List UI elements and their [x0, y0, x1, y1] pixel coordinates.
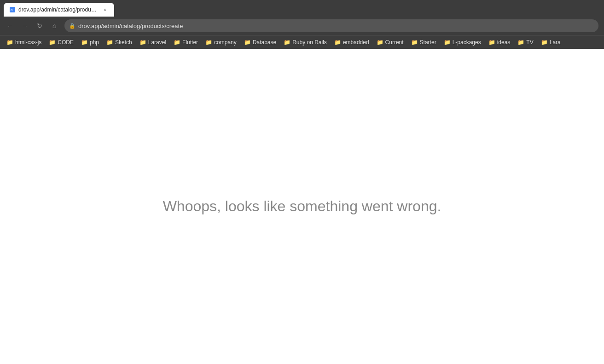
- bookmark-label-l-packages: L-packages: [453, 39, 481, 46]
- folder-icon-ruby-on-rails: 📁: [284, 39, 290, 46]
- bookmark-label-database: Database: [253, 39, 276, 46]
- folder-icon-sketch: 📁: [106, 39, 113, 46]
- bookmark-lara[interactable]: 📁Lara: [537, 38, 564, 47]
- bookmark-current[interactable]: 📁Current: [373, 38, 407, 47]
- folder-icon-company: 📁: [205, 39, 212, 46]
- folder-icon-l-packages: 📁: [444, 39, 451, 46]
- bookmark-sketch[interactable]: 📁Sketch: [103, 38, 136, 47]
- bookmark-label-current: Current: [385, 39, 404, 46]
- forward-button[interactable]: →: [18, 19, 31, 32]
- bookmark-label-tv: TV: [526, 39, 533, 46]
- active-tab[interactable]: d drov.app/admin/catalog/products/create…: [4, 3, 114, 17]
- folder-icon-current: 📁: [377, 39, 383, 46]
- bookmark-label-flutter: Flutter: [182, 39, 198, 46]
- bookmark-laravel[interactable]: 📁Laravel: [136, 38, 170, 47]
- bookmark-ruby-on-rails[interactable]: 📁Ruby on Rails: [280, 38, 331, 47]
- folder-icon-tv: 📁: [517, 39, 524, 46]
- nav-bar: ← → ↻ ⌂ 🔒 drov.app/admin/catalog/product…: [0, 17, 604, 35]
- folder-icon-code: 📁: [49, 39, 56, 46]
- bookmark-flutter[interactable]: 📁Flutter: [170, 38, 202, 47]
- bookmark-database[interactable]: 📁Database: [240, 38, 280, 47]
- reload-button[interactable]: ↻: [33, 19, 46, 32]
- tab-close-button[interactable]: ×: [101, 6, 109, 13]
- bookmarks-bar: 📁html-css-js📁CODE📁php📁Sketch📁Laravel📁Flu…: [0, 35, 604, 49]
- error-message: Whoops, looks like something went wrong.: [163, 198, 441, 215]
- bookmark-label-html-css-js: html-css-js: [15, 39, 41, 46]
- browser-chrome: d drov.app/admin/catalog/products/create…: [0, 0, 604, 49]
- folder-icon-database: 📁: [244, 39, 251, 46]
- tab-title: drov.app/admin/catalog/products/create: [18, 6, 99, 13]
- bookmark-label-sketch: Sketch: [115, 39, 132, 46]
- bookmark-label-laravel: Laravel: [148, 39, 166, 46]
- bookmark-label-code: CODE: [58, 39, 74, 46]
- lock-icon: 🔒: [69, 23, 76, 29]
- bookmark-embadded[interactable]: 📁embadded: [331, 38, 373, 47]
- folder-icon-ideas: 📁: [488, 39, 495, 46]
- tab-bar: d drov.app/admin/catalog/products/create…: [0, 0, 604, 17]
- bookmark-code[interactable]: 📁CODE: [45, 38, 77, 47]
- bookmark-html-css-js[interactable]: 📁html-css-js: [3, 38, 45, 47]
- bookmark-tv[interactable]: 📁TV: [514, 38, 537, 47]
- address-bar[interactable]: 🔒 drov.app/admin/catalog/products/create: [64, 19, 598, 32]
- bookmark-l-packages[interactable]: 📁L-packages: [440, 38, 485, 47]
- back-button[interactable]: ←: [4, 19, 17, 32]
- bookmark-label-ruby-on-rails: Ruby on Rails: [292, 39, 327, 46]
- folder-icon-html-css-js: 📁: [6, 39, 13, 46]
- folder-icon-embadded: 📁: [334, 39, 341, 46]
- folder-icon-starter: 📁: [411, 39, 418, 46]
- folder-icon-laravel: 📁: [139, 39, 146, 46]
- folder-icon-flutter: 📁: [174, 39, 180, 46]
- home-button[interactable]: ⌂: [48, 19, 61, 32]
- address-text: drov.app/admin/catalog/products/create: [78, 23, 594, 29]
- folder-icon-php: 📁: [81, 39, 88, 46]
- bookmark-company[interactable]: 📁company: [202, 38, 240, 47]
- bookmark-ideas[interactable]: 📁ideas: [485, 38, 514, 47]
- bookmark-label-php: php: [90, 39, 99, 46]
- bookmark-starter[interactable]: 📁Starter: [407, 38, 440, 47]
- bookmark-label-ideas: ideas: [497, 39, 511, 46]
- page-content: Whoops, looks like something went wrong.: [0, 49, 604, 364]
- bookmark-label-embadded: embadded: [343, 39, 369, 46]
- folder-icon-lara: 📁: [541, 39, 548, 46]
- svg-text:d: d: [11, 8, 12, 12]
- bookmark-label-lara: Lara: [550, 39, 561, 46]
- tab-favicon: d: [9, 6, 16, 13]
- bookmark-php[interactable]: 📁php: [77, 38, 103, 47]
- bookmark-label-starter: Starter: [420, 39, 436, 46]
- bookmark-label-company: company: [214, 39, 237, 46]
